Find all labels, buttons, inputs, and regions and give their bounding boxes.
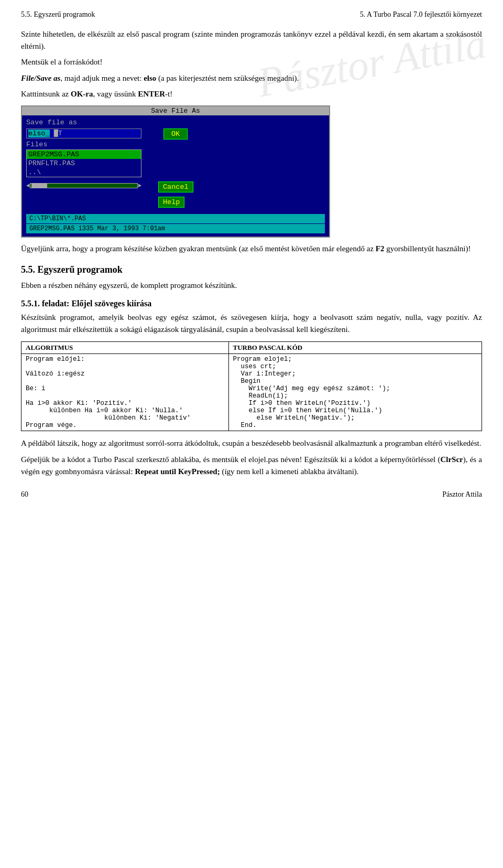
terminal-scroll-right: ► <box>138 183 141 189</box>
terminal-cancel-btn[interactable]: Cancel <box>158 181 193 192</box>
section551-p3-suffix: (így nem kell a kimeneti ablakba átválta… <box>222 467 358 476</box>
algo-col1-content: Program előjel:Változó i:egészBe: iHa i>… <box>21 353 229 431</box>
section551-p3: Gépeljük be a kódot a Turbo Pascal szerk… <box>21 454 482 478</box>
terminal-files-label: Files <box>26 141 141 148</box>
terminal-title: Save File As <box>22 106 329 115</box>
intro-p1: Szinte hihetetlen, de elkészült az első … <box>21 28 482 52</box>
intro-p4-bold: OK-ra <box>71 90 93 98</box>
page-footer: 60 Pásztor Attila <box>21 488 482 499</box>
terminal-input-value: elso_ <box>28 130 50 137</box>
terminal-cancel-row: Cancel <box>158 181 325 192</box>
terminal-scrollbar <box>30 183 138 188</box>
terminal-screenshot: Save File As Save file as elso_ █T Files… <box>21 105 330 238</box>
repeat-bold: Repeat until KeyPressed; <box>135 467 220 476</box>
terminal-file1: GREP2MSG.PAS <box>27 150 141 159</box>
header-right: 5. A Turbo Pascal 7.0 fejlesztői környez… <box>360 10 482 19</box>
f2-bold: F2 <box>376 244 385 253</box>
terminal-right-panel: OK Cancel Help <box>158 128 325 212</box>
terminal-bottom1: C:\TP\BIN\*.PAS <box>26 214 325 223</box>
intro-p3: File/Save as, majd adjuk meg a nevet: el… <box>21 72 482 84</box>
intro-p4-bold2: ENTER <box>138 90 165 98</box>
algo-col2-content: Program elojel; uses crt; Var i:Integer;… <box>228 353 482 431</box>
intro-p4-suffix2: -t! <box>165 90 172 98</box>
footer-author: Pásztor Attila <box>442 490 482 499</box>
intro-p3-italic: , majd adjuk meg a nevet: <box>60 74 144 82</box>
algo-col1-header: ALGORITMUS <box>21 341 229 353</box>
algorithm-table: ALGORITMUS TURBO PASCAL KÓD Program előj… <box>21 341 482 431</box>
terminal-input-ot: █T <box>54 130 62 137</box>
header-left: 5.5. Egyszerű programok <box>21 10 95 19</box>
terminal-input-row: elso_ █T <box>26 128 141 138</box>
intro-p4-prefix: Katttintsunk az <box>21 90 71 98</box>
terminal-left-panel: elso_ █T Files GREP2MSG.PAS PRNFLTR.PAS … <box>26 128 141 212</box>
terminal-scrollbar-thumb <box>31 184 47 188</box>
section55-intro: Ebben a részben néhány egyszerű, de komp… <box>21 280 482 292</box>
intro-p2: Mentsük el a forráskódot! <box>21 56 482 68</box>
terminal-input: elso_ █T <box>26 128 141 138</box>
footer-page: 60 <box>21 490 28 499</box>
terminal-ok-btn[interactable]: OK <box>163 128 188 140</box>
ügyelj-para: Ügyeljünk arra, hogy a program készítése… <box>21 243 482 255</box>
section551-p2: A példából látszik, hogy az algoritmust … <box>21 437 482 449</box>
terminal-files-text: Files <box>26 141 48 148</box>
terminal-save-label: Save file as <box>26 119 325 126</box>
terminal-ok-row: OK <box>158 128 325 140</box>
intro-p4: Katttintsunk az OK-ra, vagy üssünk ENTER… <box>21 88 482 100</box>
algo-col2-header: TURBO PASCAL KÓD <box>228 341 482 353</box>
terminal-file-list: GREP2MSG.PAS PRNFLTR.PAS ..\ <box>26 149 141 177</box>
intro-p3-bold: File/Save as <box>21 74 60 82</box>
intro-p3-suffix: (a pas kiterjesztést nem szükséges megad… <box>156 74 299 82</box>
terminal-help-btn[interactable]: Help <box>158 197 184 208</box>
page-header: 5.5. Egyszerű programok 5. A Turbo Pasca… <box>21 10 482 19</box>
terminal-bottom2: GREP2MSG.PAS 1335 Mar 3, 1993 7:01am <box>26 224 325 233</box>
intro-p3-bold2: elso <box>144 74 156 82</box>
section551-title: 5.5.1. feladat: Előjel szöveges kiírása <box>21 299 482 308</box>
clrscr-bold: ClrScr <box>440 455 463 464</box>
section55-title: 5.5. Egyszerű programok <box>21 264 482 275</box>
intro-section: Szinte hihetetlen, de elkészült az első … <box>21 28 482 100</box>
section551-p1: Készítsünk programot, amelyik beolvas eg… <box>21 312 482 336</box>
terminal-scroll-left: ◄ <box>26 183 30 189</box>
intro-p4-suffix: , vagy üssünk <box>93 90 138 98</box>
terminal-help-row: Help <box>158 197 325 208</box>
terminal-scrollbar-row: ◄ ► <box>26 183 141 189</box>
terminal-file3: ..\ <box>27 168 141 177</box>
terminal-content: Save file as elso_ █T Files GREP2MSG.PAS… <box>22 115 329 237</box>
terminal-file2: PRNFLTR.PAS <box>27 159 141 168</box>
